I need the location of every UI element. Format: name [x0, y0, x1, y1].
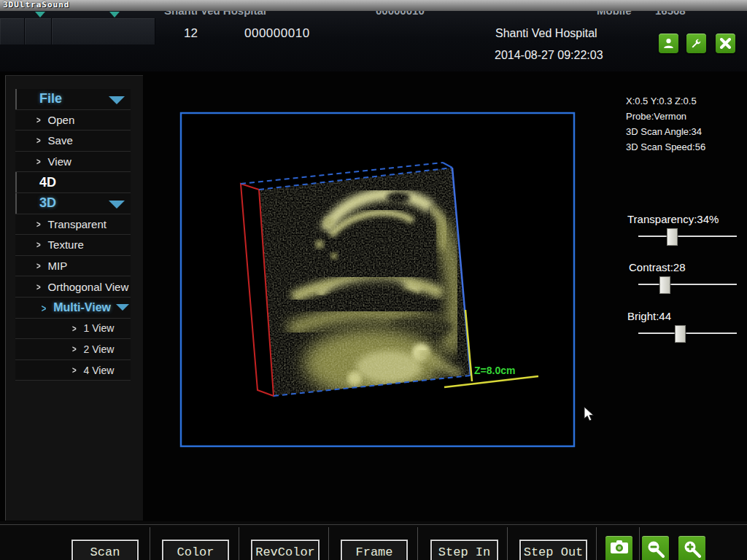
scan-info-xyz: X:0.5 Y:0.3 Z:0.5	[626, 93, 705, 109]
contrast-label: Contrast:28	[629, 261, 686, 273]
chevron-right-icon: >	[36, 156, 41, 168]
contrast-slider-thumb[interactable]	[659, 276, 670, 294]
bright-slider[interactable]	[638, 332, 737, 334]
header-cell	[52, 18, 155, 44]
chevron-right-icon: >	[72, 365, 77, 376]
bright-label: Bright:44	[627, 310, 671, 322]
sidebar-item-view[interactable]: > View	[15, 152, 131, 173]
ultrasound-render: Z=8.0cm	[179, 112, 576, 448]
ultrasound-3d-viewport[interactable]: Z=8.0cm	[179, 112, 576, 448]
scan-info-panel: X:0.5 Y:0.3 Z:0.5 Probe:Vermon 3D Scan A…	[626, 93, 705, 155]
toolbar-separator	[150, 527, 150, 560]
header-cells	[0, 18, 155, 44]
chevron-right-icon: >	[36, 218, 41, 230]
app-window: 3DUltraSound Shanti Ved Hospital 0000001…	[0, 0, 747, 560]
patient-id: 000000010	[244, 26, 310, 41]
sidebar-item-4-view[interactable]: > 4 View	[15, 360, 131, 381]
background-mobile-text: Mobile	[597, 11, 640, 18]
scan-info-angle: 3D Scan Angle:34	[626, 124, 705, 139]
window-title: 3DUltraSound	[3, 0, 69, 9]
teal-chevron-icon	[109, 12, 120, 18]
sidebar: File > Open > Save > View 4D 3D	[5, 75, 143, 521]
sidebar-item-3d[interactable]: 3D	[15, 193, 131, 214]
chevron-right-icon: >	[36, 260, 41, 272]
measurement-label: Z=8.0cm	[474, 365, 515, 376]
close-icon	[720, 38, 731, 49]
user-button[interactable]	[659, 34, 678, 53]
chevron-right-icon: >	[72, 322, 77, 334]
contrast-slider[interactable]	[638, 284, 737, 285]
bright-slider-thumb[interactable]	[675, 325, 686, 343]
teal-chevron-icon	[35, 12, 45, 18]
chevron-down-icon	[116, 304, 129, 311]
chevron-right-icon: >	[36, 281, 41, 292]
sidebar-item-open[interactable]: > Open	[15, 110, 131, 131]
sidebar-menu: File > Open > Save > View 4D 3D	[15, 89, 131, 381]
camera-icon	[610, 540, 629, 554]
zoom-in-icon	[683, 540, 702, 559]
background-id-text: 00000010	[376, 11, 456, 18]
toolbar-separator	[328, 527, 329, 560]
chevron-right-icon: >	[36, 135, 41, 147]
scan-button[interactable]: Scan	[71, 540, 139, 560]
toolbar-separator	[507, 527, 508, 560]
transparency-label: Transparency:34%	[627, 213, 719, 225]
transparency-slider[interactable]	[638, 236, 737, 237]
sidebar-item-2-view[interactable]: > 2 View	[15, 339, 131, 360]
close-button[interactable]	[716, 34, 735, 53]
settings-button[interactable]	[686, 34, 706, 53]
bottom-toolbar: Scan Color RevColor Frame Step In Step O…	[0, 521, 747, 560]
chevron-right-icon: >	[42, 301, 47, 314]
hospital-name: Shanti Ved Hospital	[495, 27, 597, 40]
scan-info-speed: 3D Scan Speed:56	[626, 139, 705, 155]
sidebar-item-mip[interactable]: > MIP	[15, 256, 131, 277]
chevron-right-icon: >	[36, 239, 41, 251]
header-cell	[0, 18, 25, 44]
zoom-out-icon	[646, 540, 665, 559]
sidebar-item-save[interactable]: > Save	[15, 131, 131, 152]
snapshot-button[interactable]	[605, 536, 632, 560]
transparency-slider-thumb[interactable]	[667, 228, 678, 246]
toolbar-separator	[239, 527, 239, 560]
chevron-right-icon: >	[72, 343, 77, 355]
toolbar-separator	[417, 527, 418, 560]
sidebar-item-orthogonal-view[interactable]: > Orthogonal View	[15, 276, 131, 298]
sidebar-item-multi-view[interactable]: > Multi-View	[15, 298, 131, 319]
sidebar-item-1-view[interactable]: > 1 View	[15, 319, 131, 340]
step-in-button[interactable]: Step In	[430, 540, 498, 560]
app-header: Shanti Ved Hospital 00000010 Mobile 1650…	[0, 11, 747, 71]
zoom-out-button[interactable]	[642, 536, 669, 560]
revcolor-button[interactable]: RevColor	[251, 540, 320, 560]
chevron-right-icon: >	[36, 114, 41, 126]
mouse-cursor	[584, 406, 595, 422]
frame-button[interactable]: Frame	[341, 540, 408, 560]
scan-info-probe: Probe:Vermon	[626, 109, 705, 124]
step-out-button[interactable]: Step Out	[519, 540, 587, 560]
sidebar-item-file[interactable]: File	[15, 89, 131, 110]
header-cell	[25, 18, 52, 44]
chevron-down-icon	[109, 96, 125, 104]
background-hospital-text: Shanti Ved Hospital	[164, 11, 295, 18]
user-icon	[662, 37, 675, 50]
zoom-in-button[interactable]	[678, 536, 705, 560]
sidebar-item-transparent[interactable]: > Transparent	[15, 214, 131, 236]
patient-age: 12	[184, 26, 198, 41]
toolbar-separator	[639, 527, 640, 560]
wrench-icon	[690, 37, 703, 50]
window-titlebar[interactable]: 3DUltraSound	[0, 0, 747, 11]
sidebar-item-texture[interactable]: > Texture	[15, 235, 131, 256]
datetime: 2014-08-27 09:22:03	[495, 49, 603, 62]
sidebar-item-4d[interactable]: 4D	[15, 172, 131, 193]
background-number-text: 16508	[655, 11, 699, 18]
color-button[interactable]: Color	[162, 540, 229, 560]
toolbar-separator	[596, 527, 597, 560]
chevron-down-icon	[109, 201, 125, 209]
toolbar-divider	[0, 524, 747, 525]
